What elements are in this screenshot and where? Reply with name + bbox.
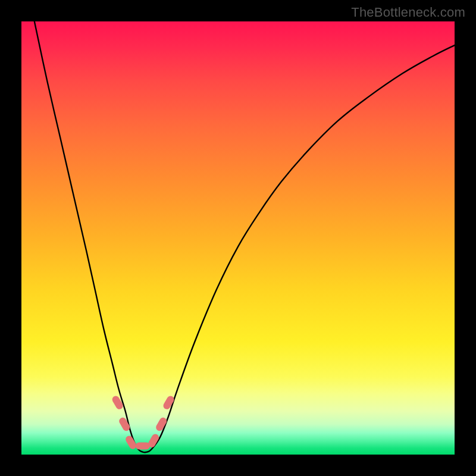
plot-area bbox=[21, 21, 455, 455]
svg-rect-3 bbox=[136, 442, 150, 449]
curve-marker bbox=[136, 442, 150, 449]
curve-layer bbox=[21, 21, 455, 455]
watermark-text: TheBottleneck.com bbox=[351, 5, 465, 20]
marker-group bbox=[111, 394, 175, 450]
chart-frame: TheBottleneck.com bbox=[0, 0, 476, 476]
bottleneck-curve bbox=[35, 21, 455, 452]
svg-rect-2 bbox=[124, 434, 137, 450]
curve-marker bbox=[124, 434, 137, 450]
